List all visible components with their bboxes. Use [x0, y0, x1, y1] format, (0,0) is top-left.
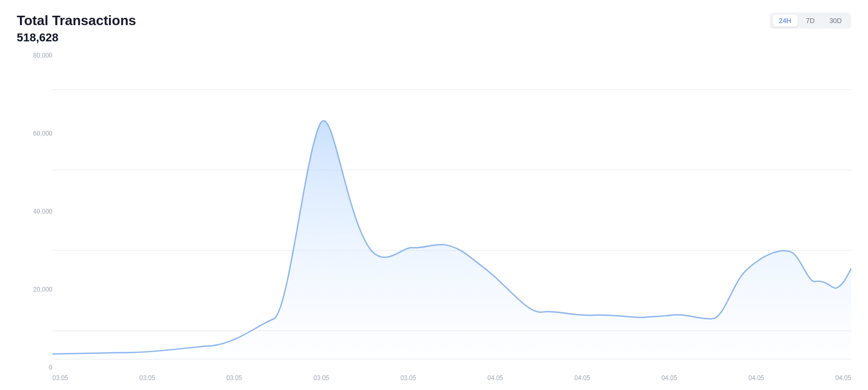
- y-axis: 80,000 60,000 40,000 20,000 0: [17, 50, 52, 386]
- chart-wrapper: 80,000 60,000 40,000 20,000 0: [17, 50, 851, 386]
- total-transactions-value: 518,628: [17, 31, 851, 44]
- x-label-2: 03.05: [226, 374, 242, 386]
- y-label-20k: 20,000: [33, 286, 52, 293]
- chart-svg: [52, 50, 851, 371]
- page-title: Total Transactions: [17, 13, 136, 29]
- svg-container: [52, 50, 851, 371]
- x-label-7: 04.05: [662, 374, 677, 386]
- x-label-4: 03.05: [400, 374, 416, 386]
- x-label-0: 03.05: [52, 374, 68, 386]
- time-filter-24h[interactable]: 24H: [773, 15, 798, 27]
- time-filter-group: 24H 7D 30D: [770, 13, 851, 29]
- x-axis: 03.05 03.05 03.05 03.05 03.05 04.05 04.0…: [52, 371, 851, 386]
- time-filter-30d[interactable]: 30D: [823, 15, 848, 27]
- x-label-6: 04.05: [575, 374, 590, 386]
- x-label-8: 04.05: [749, 374, 764, 386]
- y-label-60k: 60,000: [33, 130, 52, 137]
- x-label-1: 03.05: [139, 374, 155, 386]
- time-filter-7d[interactable]: 7D: [800, 15, 821, 27]
- x-label-3: 03.05: [313, 374, 329, 386]
- y-label-40k: 40,000: [33, 208, 52, 215]
- chart-area: 03.05 03.05 03.05 03.05 03.05 04.05 04.0…: [52, 50, 851, 386]
- y-label-80k: 80,000: [33, 52, 52, 59]
- y-label-0: 0: [49, 364, 52, 371]
- x-label-9: 04.05: [836, 374, 851, 386]
- x-label-5: 04.05: [487, 374, 503, 386]
- chart-area-fill: [52, 121, 851, 360]
